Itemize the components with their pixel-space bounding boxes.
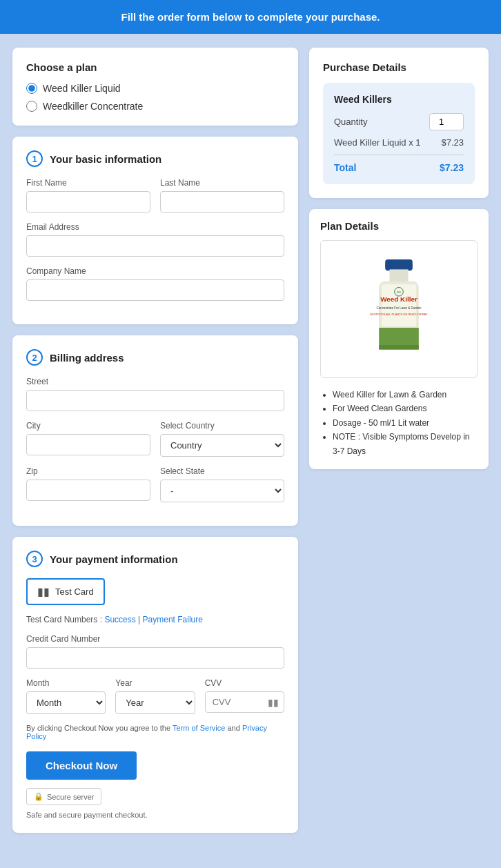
city-label: City — [26, 421, 150, 431]
total-label: Total — [334, 162, 356, 173]
cvv-label: CVV — [205, 678, 284, 688]
city-field: City — [26, 421, 150, 457]
cc-number-field: Credit Card Number — [26, 634, 284, 669]
plan-details-title: Plan Details — [320, 220, 478, 232]
cvv-input-wrapper: ▮▮ — [205, 691, 284, 713]
plan-option-concentrate[interactable]: Weedkiller Concentrate — [26, 101, 284, 112]
purchase-product-title: Weed Killers — [334, 94, 464, 105]
safe-text: Safe and secure payment checkout. — [26, 811, 284, 819]
zip-label: Zip — [26, 466, 150, 476]
product-features: Weed Killer for Lawn & Garden For Weed C… — [320, 388, 478, 458]
payment-info-card: 3 Your payment information ▮▮ Test Card … — [12, 537, 298, 833]
choose-plan-title: Choose a plan — [26, 61, 284, 73]
svg-rect-1 — [385, 259, 413, 270]
last-name-input[interactable] — [160, 191, 284, 213]
city-input[interactable] — [26, 434, 150, 455]
cc-number-label: Credit Card Number — [26, 634, 284, 644]
basic-info-card: 1 Your basic information First Name Last… — [12, 137, 298, 324]
secure-badge: 🔒 Secure server — [26, 788, 101, 805]
plan-radio-liquid[interactable] — [26, 83, 37, 94]
feature-item: Weed Killer for Lawn & Garden — [333, 388, 478, 402]
test-card-links: Test Card Numbers : Success | Payment Fa… — [26, 615, 284, 624]
zip-field: Zip — [26, 466, 150, 502]
step-number-2: 2 — [26, 349, 43, 366]
cvv-field: CVV ▮▮ — [205, 678, 284, 714]
street-input[interactable] — [26, 390, 284, 411]
feature-item: Dosage - 50 ml/1 Lit water — [333, 416, 478, 430]
email-input[interactable] — [26, 235, 284, 257]
year-label: Year — [115, 678, 195, 688]
purchase-section: Weed Killers Quantity Weed Killer Liquid… — [323, 83, 475, 184]
company-field: Company Name — [26, 266, 284, 301]
state-select[interactable]: - Alabama Alaska California — [160, 480, 284, 502]
terms-link[interactable]: Term of Service — [173, 724, 225, 732]
svg-rect-5 — [379, 345, 419, 349]
country-field: Select Country Country United States Uni… — [160, 421, 284, 457]
svg-text:ISO: ISO — [397, 291, 401, 294]
feature-item: NOTE : Visible Symptoms Develop in 3-7 D… — [333, 430, 478, 458]
company-input[interactable] — [26, 279, 284, 301]
email-label: Email Address — [26, 222, 284, 232]
first-name-label: First Name — [26, 178, 150, 188]
last-name-field: Last Name — [160, 178, 284, 213]
step-number-3: 3 — [26, 551, 43, 567]
payment-info-title: Your payment information — [50, 553, 178, 565]
product-image-container: Weed Killer Concentrate For Lawn & Garde… — [320, 240, 478, 378]
plan-option-liquid[interactable]: Weed Killer Liquid — [26, 83, 284, 94]
terms-text: By clicking Checkout Now you agree to th… — [26, 724, 284, 740]
year-select[interactable]: Year 202420252026 202720282029 — [115, 691, 195, 714]
step-number-1: 1 — [26, 150, 43, 167]
test-card-button[interactable]: ▮▮ Test Card — [26, 578, 105, 605]
billing-address-card: 2 Billing address Street City Select Cou… — [12, 335, 298, 526]
billing-address-title: Billing address — [50, 352, 124, 364]
purchase-details-card: Purchase Details Weed Killers Quantity W… — [309, 48, 489, 198]
select-state-label: Select State — [160, 466, 284, 476]
street-label: Street — [26, 377, 284, 386]
plan-radio-group: Weed Killer Liquid Weedkiller Concentrat… — [26, 83, 284, 112]
svg-text:DESTROYS ALL PLANTS ON WHICH S: DESTROYS ALL PLANTS ON WHICH SPRAY — [370, 313, 428, 316]
cvv-card-icon: ▮▮ — [268, 697, 279, 708]
product-price-row: Weed Killer Liquid x 1 $7.23 — [334, 137, 464, 148]
first-name-field: First Name — [26, 178, 150, 213]
card-icon: ▮▮ — [37, 585, 50, 598]
plan-radio-concentrate[interactable] — [26, 101, 37, 112]
total-amount: $7.23 — [440, 162, 464, 173]
company-label: Company Name — [26, 266, 284, 276]
top-banner: Fill the order form below to complete yo… — [0, 0, 501, 34]
email-field: Email Address — [26, 222, 284, 257]
zip-input[interactable] — [26, 480, 150, 501]
svg-rect-2 — [390, 269, 409, 282]
select-country-label: Select Country — [160, 421, 284, 431]
street-field: Street — [26, 377, 284, 411]
last-name-label: Last Name — [160, 178, 284, 188]
first-name-input[interactable] — [26, 191, 150, 213]
state-field: Select State - Alabama Alaska California — [160, 466, 284, 502]
checkout-button[interactable]: Checkout Now — [26, 751, 137, 780]
product-price: $7.23 — [441, 137, 464, 148]
lock-icon: 🔒 — [34, 792, 43, 801]
feature-item: For Weed Clean Gardens — [333, 402, 478, 415]
test-card-failure-link[interactable]: Payment Failure — [143, 615, 203, 624]
quantity-row: Quantity — [334, 113, 464, 130]
month-field: Month Month 01020304 05060708 09101112 — [26, 678, 106, 714]
quantity-label: Quantity — [334, 117, 367, 127]
quantity-input[interactable] — [429, 113, 464, 130]
choose-plan-card: Choose a plan Weed Killer Liquid Weedkil… — [12, 48, 298, 126]
product-image: Weed Killer Concentrate For Lawn & Garde… — [351, 247, 447, 371]
basic-info-title: Your basic information — [50, 153, 161, 165]
month-label: Month — [26, 678, 106, 688]
month-select[interactable]: Month 01020304 05060708 09101112 — [26, 691, 106, 714]
total-row: Total $7.23 — [334, 155, 464, 173]
svg-text:Concentrate For Lawn & Garden: Concentrate For Lawn & Garden — [376, 306, 422, 310]
purchase-details-title: Purchase Details — [323, 61, 475, 73]
country-select[interactable]: Country United States United Kingdom Can… — [160, 434, 284, 457]
year-field: Year Year 202420252026 202720282029 — [115, 678, 195, 714]
plan-details-card: Plan Details Weed Kill — [309, 209, 489, 469]
product-line: Weed Killer Liquid x 1 — [334, 137, 421, 148]
svg-text:Weed Killer: Weed Killer — [380, 295, 418, 303]
cc-number-input[interactable] — [26, 647, 284, 669]
test-card-success-link[interactable]: Success — [104, 615, 135, 624]
